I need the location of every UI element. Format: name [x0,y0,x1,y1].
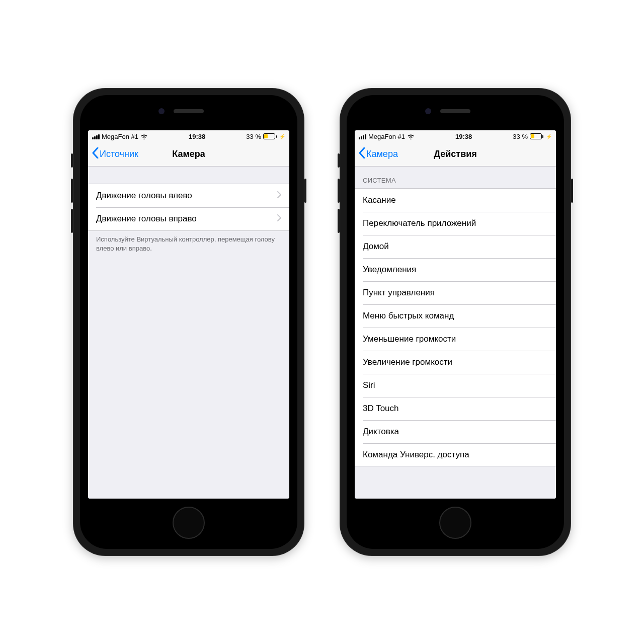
row-label: Касание [363,195,396,205]
clock: 19:38 [189,133,205,140]
row-label: Уменьшение громкости [363,334,456,344]
volume-up-button [71,179,73,203]
section-header: СИСТЕМА [355,167,556,188]
carrier-label: MegaFon #1 [368,133,405,140]
power-button [304,179,306,203]
earpiece-speaker [174,109,204,113]
chevron-left-icon [92,147,99,161]
action-row[interactable]: Уведомления [355,258,556,281]
row-label: Переключатель приложений [363,218,476,228]
action-row[interactable]: 3D Touch [355,397,556,420]
content-area[interactable]: СИСТЕМА Касание Переключатель приложений… [355,167,556,499]
row-label: Домой [363,242,389,252]
volume-up-button [338,179,340,203]
row-label: Диктовка [363,427,399,437]
battery-percent: 33 % [246,133,261,140]
settings-group: Движение головы влево Движение головы вп… [88,184,289,231]
row-label: Движение головы влево [96,191,192,201]
page-title: Действия [434,149,477,159]
screen: MegaFon #1 19:38 33 % ⚡ [88,130,289,499]
back-button[interactable]: Источник [92,147,138,161]
navigation-bar: Камера Действия [355,142,556,167]
action-row[interactable]: Меню быстрых команд [355,304,556,328]
status-bar: MegaFon #1 19:38 33 % ⚡ [88,130,289,142]
battery-icon [263,133,277,139]
row-head-right[interactable]: Движение головы вправо [88,207,289,230]
battery-icon [530,133,543,139]
mute-switch [338,153,340,168]
back-label: Источник [100,149,138,159]
row-head-left[interactable]: Движение головы влево [88,184,289,207]
back-button[interactable]: Камера [359,147,398,161]
power-button [571,179,573,203]
charging-icon: ⚡ [279,134,285,139]
actions-group: Касание Переключатель приложений Домой У… [355,188,556,466]
row-label: Siri [363,380,375,390]
action-row[interactable]: Домой [355,235,556,258]
chevron-left-icon [359,147,365,161]
action-row[interactable]: Уменьшение громкости [355,328,556,351]
row-label: 3D Touch [363,404,399,414]
action-row[interactable]: Касание [355,189,556,212]
action-row[interactable]: Пункт управления [355,281,556,304]
wifi-icon [140,134,148,139]
status-bar: MegaFon #1 19:38 33 % ⚡ [355,130,556,142]
home-button[interactable] [439,507,471,539]
row-label: Команда Универс. доступа [363,450,469,460]
row-label: Уведомления [363,265,416,275]
action-row[interactable]: Диктовка [355,420,556,443]
action-row[interactable]: Команда Универс. доступа [355,443,556,466]
carrier-label: MegaFon #1 [102,133,138,140]
action-row[interactable]: Увеличение громкости [355,351,556,374]
chevron-right-icon [277,191,281,201]
row-label: Увеличение громкости [363,357,452,367]
front-camera [425,108,431,114]
wifi-icon [407,134,415,139]
iphone-device-left: MegaFon #1 19:38 33 % ⚡ [73,88,304,556]
row-label: Движение головы вправо [96,214,197,224]
earpiece-speaker [440,109,470,113]
front-camera [158,108,165,114]
clock: 19:38 [455,133,472,140]
home-button[interactable] [173,507,205,539]
back-label: Камера [366,149,398,159]
action-row[interactable]: Переключатель приложений [355,212,556,235]
content-area: Движение головы влево Движение головы вп… [88,167,289,499]
action-row[interactable]: Siri [355,374,556,397]
page-title: Камера [172,149,205,159]
iphone-device-right: MegaFon #1 19:38 33 % ⚡ [340,88,571,556]
row-label: Меню быстрых команд [363,311,454,321]
row-label: Пункт управления [363,288,435,298]
battery-percent: 33 % [513,133,528,140]
cellular-signal-icon [359,134,366,139]
volume-down-button [71,209,73,233]
group-footer: Используйте Виртуальный контроллер, пере… [88,231,289,257]
navigation-bar: Источник Камера [88,142,289,167]
volume-down-button [338,209,340,233]
chevron-right-icon [277,214,281,224]
charging-icon: ⚡ [546,134,552,139]
cellular-signal-icon [92,134,100,139]
screen: MegaFon #1 19:38 33 % ⚡ [355,130,556,499]
mute-switch [71,153,73,168]
